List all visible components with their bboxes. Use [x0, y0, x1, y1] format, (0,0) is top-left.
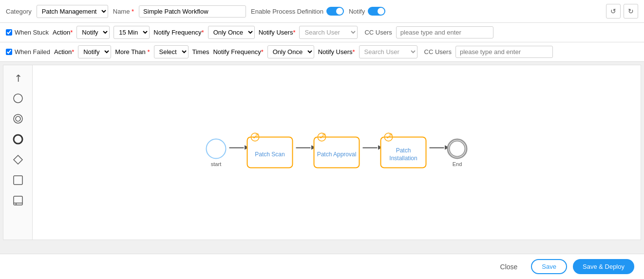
end-node[interactable]: End	[447, 138, 468, 167]
arrow-1	[227, 147, 247, 148]
patch-installation-node[interactable]: PatchInstallation	[380, 137, 427, 168]
patch-scan-task[interactable]: Patch Scan	[247, 137, 293, 168]
end-circle[interactable]	[447, 138, 468, 159]
notify-label: Notify	[349, 8, 365, 15]
circle-tool[interactable]	[10, 91, 26, 106]
category-label: Category	[6, 8, 32, 15]
cc-users-input-stuck[interactable]	[396, 26, 493, 38]
footer-bar: Close Save Save & Deploy	[0, 254, 644, 279]
notify-users-label-stuck: Notify Users*	[259, 29, 296, 36]
name-label: Name *	[113, 8, 134, 15]
times-label-failed: Times	[192, 48, 209, 56]
patch-installation-icon	[383, 132, 394, 145]
patch-approval-node[interactable]: Patch Approval	[314, 137, 360, 168]
when-failed-checkbox-label[interactable]: When Failed	[6, 48, 50, 56]
start-node[interactable]: start	[206, 138, 227, 167]
when-failed-checkbox[interactable]	[6, 49, 12, 55]
svg-point-0	[14, 94, 22, 103]
patch-scan-node[interactable]: Patch Scan	[247, 137, 293, 168]
square-tool[interactable]	[10, 172, 26, 188]
patch-installation-task[interactable]: PatchInstallation	[380, 137, 427, 168]
enable-toggle[interactable]	[326, 7, 344, 16]
redo-button[interactable]: ↺	[606, 4, 621, 19]
save-button[interactable]: Save	[531, 259, 567, 274]
arrow-3	[360, 147, 380, 148]
notify-toggle-container: Notify	[349, 7, 385, 16]
cursor-tool[interactable]: ↗	[7, 67, 29, 89]
svg-point-3	[14, 135, 22, 144]
enable-label: Enable Process Definition	[251, 8, 323, 15]
patch-scan-label: Patch Scan	[255, 150, 284, 158]
patch-installation-label: PatchInstallation	[389, 147, 417, 162]
end-label: End	[453, 161, 462, 167]
start-label: start	[211, 161, 221, 167]
arrow-4	[427, 147, 447, 148]
notify-toggle[interactable]	[368, 7, 385, 16]
svg-rect-5	[14, 176, 22, 185]
notify-users-label-failed: Notify Users*	[318, 48, 355, 56]
notify-freq-label-failed: Notify Frequency*	[213, 48, 263, 56]
patch-approval-task[interactable]: Patch Approval	[314, 137, 360, 168]
top-bar: Category Patch Management Name * Enable …	[0, 0, 644, 23]
time-select-stuck[interactable]: 15 Min	[114, 26, 150, 39]
action-label-failed: Action*	[54, 48, 74, 56]
bold-circle-tool[interactable]	[10, 131, 26, 147]
enable-toggle-container: Enable Process Definition	[251, 7, 344, 16]
notify-freq-select-failed[interactable]: Only Once	[267, 45, 314, 58]
arrow-2	[293, 147, 314, 148]
when-stuck-checkbox-label[interactable]: When Stuck	[6, 29, 49, 36]
notify-freq-select-stuck[interactable]: Only Once	[208, 26, 255, 39]
refresh-button[interactable]: ↻	[624, 4, 638, 19]
name-input[interactable]	[139, 5, 246, 18]
action-select-failed[interactable]: Notify	[78, 45, 111, 58]
patch-approval-icon	[317, 132, 327, 145]
close-button[interactable]: Close	[492, 260, 526, 274]
when-stuck-row: When Stuck Action* Notify 15 Min Notify …	[0, 23, 644, 42]
svg-rect-6	[14, 196, 22, 205]
more-than-label-failed: More Than *	[115, 48, 150, 56]
svg-point-1	[14, 114, 22, 123]
more-than-select-failed[interactable]: Select	[154, 45, 189, 58]
when-failed-row: When Failed Action* Notify More Than * S…	[0, 42, 644, 62]
start-circle[interactable]	[206, 138, 227, 159]
note-tool[interactable]	[10, 193, 26, 208]
patch-scan-icon	[250, 132, 261, 145]
action-label-stuck: Action*	[53, 29, 73, 36]
svg-point-2	[16, 116, 20, 121]
cc-users-label-failed: CC Users	[424, 48, 452, 56]
workflow-canvas[interactable]: start Patch Scan	[33, 65, 641, 240]
canvas-area: ↗	[3, 65, 641, 240]
save-deploy-button[interactable]: Save & Deploy	[573, 259, 634, 274]
notify-freq-label-stuck: Notify Frequency*	[153, 29, 204, 36]
cc-users-label-stuck: CC Users	[364, 29, 392, 36]
double-circle-tool[interactable]	[10, 111, 26, 127]
when-stuck-checkbox[interactable]	[6, 29, 12, 36]
cc-users-input-failed[interactable]	[455, 46, 553, 58]
category-select[interactable]: Patch Management	[37, 5, 108, 18]
workflow-diagram: start Patch Scan	[206, 137, 468, 168]
notify-users-select-failed[interactable]: Search User	[359, 45, 417, 58]
action-select-stuck[interactable]: Notify	[76, 26, 110, 39]
notify-users-select-stuck[interactable]: Search User	[299, 26, 358, 39]
sidebar-tools: ↗	[3, 65, 33, 240]
patch-approval-label: Patch Approval	[317, 150, 357, 158]
diamond-tool[interactable]	[10, 152, 26, 167]
svg-marker-4	[14, 155, 22, 164]
